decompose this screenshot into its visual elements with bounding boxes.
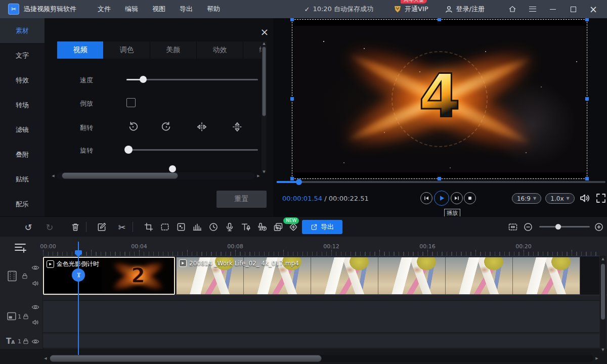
handle-bottom-right[interactable]: [585, 177, 589, 180]
clip-countdown[interactable]: 2 金色光影倒计时: [43, 257, 175, 295]
scroll-down-icon[interactable]: ▼: [600, 348, 605, 352]
sidebar-item-transitions[interactable]: 转场: [0, 93, 45, 117]
scroll-right-icon[interactable]: ▶: [256, 174, 261, 178]
timeline-zoom-thumb[interactable]: [555, 224, 561, 230]
aspect-ratio-dropdown[interactable]: 16:9 ▼: [512, 193, 541, 204]
text-track-lane[interactable]: [0, 334, 599, 348]
tab-color[interactable]: 调色: [104, 41, 150, 59]
handle-mid-right[interactable]: [585, 97, 589, 101]
timeline-hscroll-thumb[interactable]: [50, 355, 322, 362]
playhead[interactable]: [78, 242, 79, 355]
scroll-left-icon[interactable]: ◀: [51, 174, 56, 178]
stop-button[interactable]: [464, 192, 476, 204]
next-frame-button[interactable]: [451, 192, 463, 204]
timeline-vscrollbar[interactable]: ▲ ▼: [600, 256, 606, 353]
play-button[interactable]: [434, 191, 449, 206]
sidebar-item-text[interactable]: 文字: [0, 43, 45, 68]
panel-hscrollbar[interactable]: ◀ ▶: [51, 172, 261, 180]
sidebar-item-music[interactable]: 配乐: [0, 192, 45, 216]
seekbar-thumb[interactable]: [296, 179, 302, 185]
handle-top-left[interactable]: [290, 18, 294, 21]
text-to-speech-button[interactable]: [240, 221, 252, 233]
reset-button[interactable]: 重置: [216, 191, 267, 208]
add-track-button[interactable]: [14, 243, 26, 253]
vip-upgrade-button[interactable]: 开通VIP 周年大促: [394, 5, 428, 14]
speech-to-text-button[interactable]: [256, 221, 268, 233]
undo-button[interactable]: ↺: [22, 221, 34, 233]
timeline-vscroll-thumb[interactable]: [601, 264, 605, 320]
reverse-checkbox[interactable]: [126, 98, 136, 107]
fit-timeline-button[interactable]: [507, 221, 519, 233]
duration-button[interactable]: [207, 221, 220, 233]
edit-clip-button[interactable]: [96, 221, 108, 233]
speed-slider-thumb[interactable]: [140, 76, 147, 83]
video-track-lock-button[interactable]: [21, 272, 28, 280]
main-menu-button[interactable]: [528, 5, 537, 14]
canvas-ratio-button[interactable]: [159, 221, 171, 233]
clip-worklife-video[interactable]: 200814 _Work Life_02_ 4k_017.mp4: [176, 257, 580, 295]
panel-hscroll-thumb[interactable]: [62, 172, 178, 179]
video-selection-box[interactable]: 4: [292, 19, 587, 179]
prev-frame-button[interactable]: [420, 192, 432, 204]
delete-button[interactable]: [69, 221, 81, 233]
flip-horizontal-button[interactable]: [195, 120, 208, 133]
hidden-slider-thumb[interactable]: [169, 165, 176, 172]
audio-wave-button[interactable]: [191, 221, 203, 233]
preview-seekbar[interactable]: [277, 181, 605, 183]
timeline-zoom-slider[interactable]: [539, 226, 590, 228]
login-button[interactable]: 登录/注册: [445, 5, 485, 14]
maximize-button[interactable]: [569, 5, 578, 14]
menu-help[interactable]: 帮助: [207, 5, 220, 14]
panel-close-button[interactable]: ×: [259, 26, 270, 37]
mosaic-button[interactable]: [175, 221, 187, 233]
pip-track-lock-button[interactable]: [22, 312, 29, 321]
split-at-playhead-button[interactable]: ✂: [72, 268, 85, 282]
pip-track-visibility-button[interactable]: [31, 304, 39, 310]
volume-button[interactable]: [579, 192, 591, 204]
timeline-hscrollbar[interactable]: ◀ ▶: [43, 354, 599, 362]
sidebar-item-filters[interactable]: 滤镜: [0, 117, 45, 142]
handle-bottom-left[interactable]: [290, 177, 294, 180]
picture-in-picture-button[interactable]: [272, 221, 284, 233]
rotate-slider-thumb[interactable]: [124, 146, 133, 154]
sidebar-item-overlays[interactable]: 叠附: [0, 142, 45, 167]
handle-top-center[interactable]: [438, 18, 441, 21]
scroll-right-icon[interactable]: ▶: [594, 356, 599, 360]
video-track-mute-button[interactable]: [31, 280, 39, 287]
sidebar-item-media[interactable]: 素材: [0, 18, 45, 43]
timeline-zoom-in-button[interactable]: [593, 221, 605, 233]
rotate-ccw-button[interactable]: [126, 120, 140, 133]
speed-slider[interactable]: [126, 79, 258, 80]
crop-button[interactable]: [143, 221, 155, 233]
panel-vscrollbar[interactable]: ▲ ▼: [262, 42, 267, 173]
rotate-slider[interactable]: [126, 149, 258, 151]
rotate-cw-button[interactable]: [160, 120, 173, 133]
menu-view[interactable]: 视图: [152, 5, 165, 14]
handle-top-right[interactable]: [585, 18, 589, 21]
record-audio-button[interactable]: [224, 221, 236, 233]
timeline-zoom-out-button[interactable]: [522, 221, 534, 233]
panel-vscroll-thumb[interactable]: [262, 47, 266, 116]
scroll-down-icon[interactable]: ▼: [262, 170, 267, 174]
home-button[interactable]: [508, 5, 517, 14]
text-track-visibility-button[interactable]: [31, 338, 39, 345]
sidebar-item-stickers[interactable]: 贴纸: [0, 167, 45, 192]
tab-motion[interactable]: 动效: [197, 41, 243, 59]
handle-bottom-center[interactable]: [438, 177, 441, 180]
scroll-left-icon[interactable]: ◀: [43, 356, 48, 360]
split-button[interactable]: ✂: [116, 221, 128, 233]
handle-mid-left[interactable]: [290, 97, 294, 101]
scroll-up-icon[interactable]: ▲: [262, 41, 267, 46]
playback-rate-dropdown[interactable]: 1.0x ▼: [545, 193, 575, 204]
menu-edit[interactable]: 编辑: [125, 5, 138, 14]
tab-video[interactable]: 视频: [57, 41, 104, 59]
scroll-up-icon[interactable]: ▲: [600, 257, 605, 261]
menu-export[interactable]: 导出: [180, 5, 193, 14]
redo-button[interactable]: ↻: [44, 221, 56, 233]
export-button[interactable]: 导出: [302, 220, 342, 234]
pip-track-lane[interactable]: [0, 300, 599, 333]
minimize-button[interactable]: [548, 5, 557, 14]
menu-file[interactable]: 文件: [98, 5, 111, 14]
text-track-lock-button[interactable]: [22, 337, 29, 345]
fullscreen-button[interactable]: [595, 192, 607, 204]
